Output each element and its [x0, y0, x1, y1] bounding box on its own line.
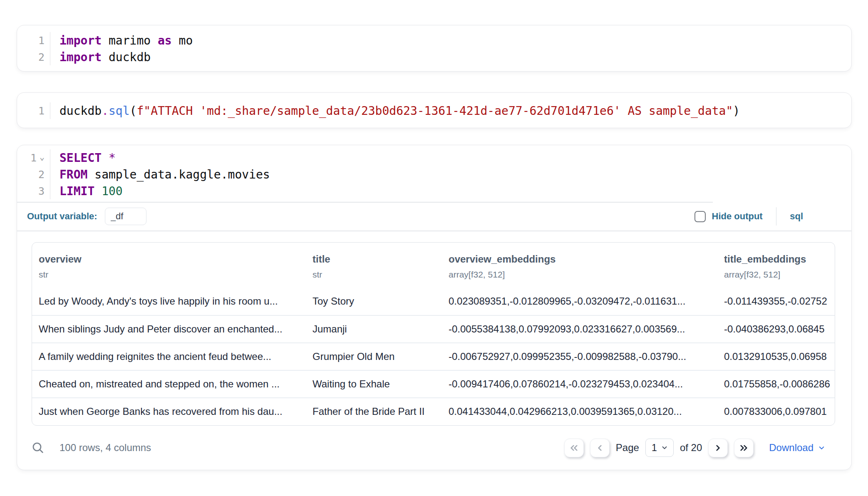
fold-chevron-icon[interactable]: ⌄	[40, 153, 45, 161]
code-text: FROM sample_data.kaggle.movies	[50, 168, 270, 181]
page-select-value: 1	[652, 442, 657, 454]
table-cell: 0.01755858,-0.0086286	[717, 370, 835, 398]
column-header-overview[interactable]: overviewstr	[32, 243, 306, 288]
line-number: 2	[38, 169, 45, 181]
code-text: SELECT *	[50, 151, 116, 165]
table-cell: -0.009417406,0.07860214,-0.023279453,0.0…	[442, 370, 717, 398]
table-cell: Toy Story	[306, 288, 442, 315]
output-variable-input[interactable]	[105, 208, 146, 225]
table-cell: Cheated on, mistreated and stepped on, t…	[32, 370, 306, 398]
previous-page-button[interactable]	[590, 439, 610, 457]
download-button[interactable]: Download	[766, 441, 828, 454]
table-header-row: overviewstrtitlestroverview_embeddingsar…	[32, 243, 835, 288]
code-line[interactable]: 2import duckdb	[17, 49, 851, 65]
code-text: import duckdb	[50, 50, 151, 64]
table-row: A family wedding reignites the ancient f…	[32, 343, 835, 370]
output-variable-label: Output variable:	[27, 211, 97, 222]
code-line[interactable]: 2FROM sample_data.kaggle.movies	[17, 166, 851, 183]
sql-options-right: Hide output sql	[694, 207, 804, 226]
sql-options-bar: Output variable: Hide output sql	[17, 203, 851, 231]
column-name: overview	[39, 253, 299, 265]
chevron-down-icon	[661, 444, 668, 451]
table-cell: 0.0132910535,0.06958	[717, 343, 835, 370]
dataframe-table-card: overviewstrtitlestroverview_embeddingsar…	[32, 242, 835, 426]
table-cell: Just when George Banks has recovered fro…	[32, 398, 306, 425]
output-divider	[17, 231, 851, 231]
code-line[interactable]: 3LIMIT 100	[17, 183, 851, 199]
table-cell: 0.023089351,-0.012809965,-0.03209472,-0.…	[442, 288, 717, 315]
line-number: 2	[38, 51, 45, 63]
table-cell: -0.0055384138,0.07992093,0.023316627,0.0…	[442, 315, 717, 343]
next-page-button[interactable]	[708, 439, 728, 457]
page-label: Page	[616, 442, 639, 454]
table-row: Led by Woody, Andy's toys live happily i…	[32, 288, 835, 315]
table-row: When siblings Judy and Peter discover an…	[32, 315, 835, 343]
hide-output-checkbox[interactable]	[694, 211, 706, 222]
line-number-gutter: 3	[17, 183, 50, 199]
code-line[interactable]: 1import marimo as mo	[17, 32, 851, 49]
column-name: title	[312, 253, 435, 265]
code-text: import marimo as mo	[50, 34, 193, 47]
table-cell: Grumpier Old Men	[306, 343, 442, 370]
chevron-right-icon	[712, 442, 724, 454]
table-cell: Led by Woody, Andy's toys live happily i…	[32, 288, 306, 315]
table-cell: -0.011439355,-0.02752	[717, 288, 835, 315]
row-count-status: 100 rows, 4 columns	[60, 442, 151, 454]
column-type: str	[39, 270, 299, 280]
column-header-overview_embeddings[interactable]: overview_embeddingsarray[f32, 512]	[442, 243, 717, 288]
cell-attach: 1duckdb.sql(f"ATTACH 'md:_share/sample_d…	[17, 92, 852, 128]
column-type: str	[312, 270, 435, 280]
table-cell: Father of the Bride Part II	[306, 398, 442, 425]
table-cell: When siblings Judy and Peter discover an…	[32, 315, 306, 343]
line-number: 1	[38, 105, 45, 117]
table-cell: Waiting to Exhale	[306, 370, 442, 398]
table-cell: 0.007833006,0.097801	[717, 398, 835, 425]
options-divider	[776, 207, 777, 226]
sql-language-label: sql	[790, 211, 803, 222]
page-select[interactable]: 1	[645, 439, 674, 457]
chevron-down-icon	[818, 444, 826, 452]
table-cell: -0.040386293,0.06845	[717, 315, 835, 343]
table-row: Cheated on, mistreated and stepped on, t…	[32, 370, 835, 398]
first-page-button[interactable]	[564, 439, 584, 457]
table-row: Just when George Banks has recovered fro…	[32, 398, 835, 425]
table-footer: 100 rows, 4 columns Page 1 of 20	[17, 426, 851, 470]
line-number-gutter: 2	[17, 166, 50, 183]
cell-imports: 1import marimo as mo2import duckdb	[17, 25, 852, 72]
code-text: LIMIT 100	[50, 184, 123, 198]
cell-sql-query: 1⌄SELECT *2FROM sample_data.kaggle.movie…	[17, 145, 852, 470]
line-number-gutter: 2	[17, 49, 50, 65]
code-text: duckdb.sql(f"ATTACH 'md:_share/sample_da…	[50, 104, 740, 118]
last-page-button[interactable]	[734, 439, 754, 457]
column-header-title[interactable]: titlestr	[306, 243, 442, 288]
line-number: 3	[38, 185, 45, 197]
download-label: Download	[769, 442, 813, 454]
code-editor-attach[interactable]: 1duckdb.sql(f"ATTACH 'md:_share/sample_d…	[17, 102, 851, 119]
page-total-label: of 20	[680, 442, 702, 454]
table-cell: 0.041433044,0.042966213,0.0039591365,0.0…	[442, 398, 717, 425]
column-name: title_embeddings	[724, 253, 828, 265]
line-number: 1	[30, 152, 37, 164]
column-header-title_embeddings[interactable]: title_embeddingsarray[f32, 512]	[717, 243, 835, 288]
code-line[interactable]: 1⌄SELECT *	[17, 149, 851, 166]
table-cell: Jumanji	[306, 315, 442, 343]
hide-output-label: Hide output	[712, 211, 763, 222]
pagination: Page 1 of 20 Download	[564, 439, 828, 457]
double-chevron-right-icon	[738, 442, 749, 454]
line-number: 1	[38, 35, 45, 47]
table-cell: A family wedding reignites the ancient f…	[32, 343, 306, 370]
code-editor-sql[interactable]: 1⌄SELECT *2FROM sample_data.kaggle.movie…	[17, 149, 851, 199]
chevron-left-icon	[594, 442, 605, 454]
dataframe-table: overviewstrtitlestroverview_embeddingsar…	[32, 243, 835, 425]
column-type: array[f32, 512]	[449, 270, 711, 280]
column-name: overview_embeddings	[449, 253, 711, 265]
code-editor-imports[interactable]: 1import marimo as mo2import duckdb	[17, 32, 851, 65]
double-chevron-left-icon	[568, 442, 580, 454]
column-type: array[f32, 512]	[724, 270, 828, 280]
line-number-gutter: 1⌄	[17, 149, 50, 166]
search-icon[interactable]	[30, 439, 46, 456]
line-number-gutter: 1	[17, 102, 50, 119]
code-line[interactable]: 1duckdb.sql(f"ATTACH 'md:_share/sample_d…	[17, 102, 851, 119]
line-number-gutter: 1	[17, 32, 50, 49]
table-cell: -0.006752927,0.099952355,-0.009982588,-0…	[442, 343, 717, 370]
